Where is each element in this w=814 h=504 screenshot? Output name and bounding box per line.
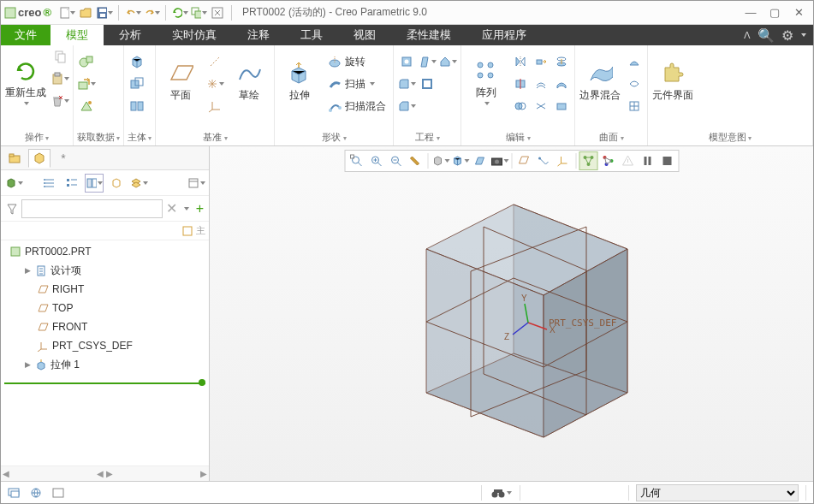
thicken-button[interactable] [552, 74, 571, 93]
offset-button[interactable] [532, 74, 550, 93]
fill-button[interactable] [625, 52, 644, 71]
file-tab[interactable]: 文件 [1, 25, 51, 45]
group-label-body[interactable]: 主体 [128, 129, 152, 145]
graphics-area[interactable]: X Y Z PRT_CSYS_DEF [210, 146, 813, 481]
shell-button[interactable] [418, 74, 437, 93]
user-def-feature-button[interactable] [77, 52, 96, 71]
saved-views-button[interactable] [450, 151, 469, 170]
extend-button[interactable] [532, 52, 550, 71]
named-views-button[interactable] [490, 151, 508, 170]
solidify-button[interactable] [552, 97, 571, 116]
datum-display-button[interactable] [514, 151, 533, 170]
sb-find-button[interactable] [489, 484, 513, 501]
component-ui-button[interactable]: 元件界面 [651, 47, 694, 112]
body-new-button[interactable] [128, 52, 146, 71]
group-label-intent[interactable]: 模型意图 [651, 129, 809, 145]
group-label-getdata[interactable]: 获取数据 [77, 129, 120, 145]
tree-tab-favorites[interactable]: * [52, 149, 74, 168]
pause-button[interactable] [638, 151, 657, 170]
refit-button[interactable] [347, 151, 365, 170]
repaint-button[interactable] [406, 151, 425, 170]
group-label-edit[interactable]: 编辑 [465, 129, 571, 145]
sb-web-button[interactable] [27, 484, 45, 501]
pattern-button[interactable]: 阵列 [465, 47, 508, 112]
perspective-button[interactable] [470, 151, 489, 170]
tab-tools[interactable]: 工具 [285, 25, 338, 45]
sweep-button[interactable]: 扫描 [324, 74, 389, 93]
graph-button[interactable] [598, 151, 617, 170]
draft-button[interactable] [418, 52, 437, 71]
sb-box-button[interactable] [49, 484, 68, 501]
tree-dense-button[interactable] [62, 174, 81, 193]
group-label-shape[interactable]: 形状 [278, 129, 389, 145]
csys-button[interactable] [205, 97, 224, 116]
open-file-button[interactable] [77, 4, 94, 21]
boundary-blend-button[interactable]: 边界混合 [579, 47, 621, 112]
group-label-datum[interactable]: 基准 [159, 129, 270, 145]
tree-node-right[interactable]: RIGHT [1, 280, 209, 299]
group-label-eng[interactable]: 工程 [397, 129, 457, 145]
tree-node-extrude1[interactable]: ▶ 拉伸 1 [1, 355, 209, 374]
zoom-out-button[interactable] [386, 151, 405, 170]
tree-box-button[interactable] [107, 174, 126, 193]
tree-settings-button[interactable] [187, 174, 205, 193]
tree-columns-button[interactable] [85, 174, 104, 193]
group-label-surface[interactable]: 曲面 [579, 129, 644, 145]
tree-node-top[interactable]: TOP [1, 299, 209, 317]
search-commands-icon[interactable]: 🔍 [758, 27, 775, 44]
axis-button[interactable] [205, 52, 224, 71]
redo-button[interactable] [143, 4, 160, 21]
regenerate-button[interactable]: 重新生成 [4, 47, 47, 112]
handle-icon[interactable] [182, 226, 193, 236]
tree-root-node[interactable]: PRT0002.PRT [1, 242, 209, 261]
save-button[interactable] [96, 4, 113, 21]
shrinkwrap-button[interactable] [77, 97, 96, 116]
tree-display-button[interactable] [4, 174, 23, 193]
warnings-button[interactable] [618, 151, 637, 170]
tab-view[interactable]: 视图 [338, 25, 391, 45]
close-button[interactable]: ✕ [787, 4, 810, 21]
tree-hscroll[interactable]: ◀◀ ▶▶ [1, 465, 209, 481]
point-button[interactable] [205, 74, 224, 93]
merge-button[interactable] [511, 97, 530, 116]
trim-button[interactable] [511, 74, 530, 93]
windows-button[interactable] [190, 4, 207, 21]
hole-button[interactable] [397, 52, 416, 71]
close-window-button[interactable] [209, 4, 226, 21]
group-label-ops[interactable]: 操作 [4, 129, 69, 145]
tree-tab-folder[interactable] [4, 149, 27, 168]
plane-button[interactable]: 平面 [159, 47, 202, 112]
insert-here-marker[interactable] [4, 377, 205, 388]
tab-model[interactable]: 模型 [51, 25, 104, 45]
selection-filter-select[interactable]: 几何 [636, 484, 799, 501]
annotation-display-button[interactable] [534, 151, 553, 170]
body-split-button[interactable] [128, 97, 146, 116]
copy-button[interactable] [51, 47, 69, 66]
tree-layers-button[interactable] [129, 174, 148, 193]
round-button[interactable] [397, 74, 416, 93]
tree-tab-model[interactable] [28, 149, 51, 168]
tab-analysis[interactable]: 分析 [104, 25, 157, 45]
extrude-button[interactable]: 拉伸 [278, 47, 321, 112]
intersect-button[interactable] [532, 97, 550, 116]
tab-flex[interactable]: 柔性建模 [391, 25, 466, 45]
style-button[interactable] [625, 74, 644, 93]
tree-expand-button[interactable] [40, 174, 59, 193]
clear-filter-button[interactable]: ✕ [166, 200, 177, 216]
tab-annotate[interactable]: 注释 [232, 25, 285, 45]
tree-node-design-items[interactable]: ▶ 设计项 [1, 261, 209, 280]
spin-center-button[interactable] [554, 151, 573, 170]
add-filter-button[interactable]: + [196, 201, 204, 216]
settings-gear-icon[interactable]: ⚙ [781, 27, 793, 44]
expander-icon[interactable]: ▶ [23, 360, 32, 369]
sketch-button[interactable]: 草绘 [228, 47, 270, 112]
zoom-in-button[interactable] [366, 151, 385, 170]
body-bool-button[interactable] [128, 74, 146, 93]
project-button[interactable] [552, 52, 571, 71]
tree-node-front[interactable]: FRONT [1, 317, 209, 336]
regen-quick-button[interactable] [171, 4, 188, 21]
rib-button[interactable] [438, 52, 457, 71]
tree-node-csys[interactable]: PRT_CSYS_DEF [1, 336, 209, 355]
paste-button[interactable] [51, 69, 69, 88]
expander-icon[interactable]: ▶ [23, 266, 32, 275]
